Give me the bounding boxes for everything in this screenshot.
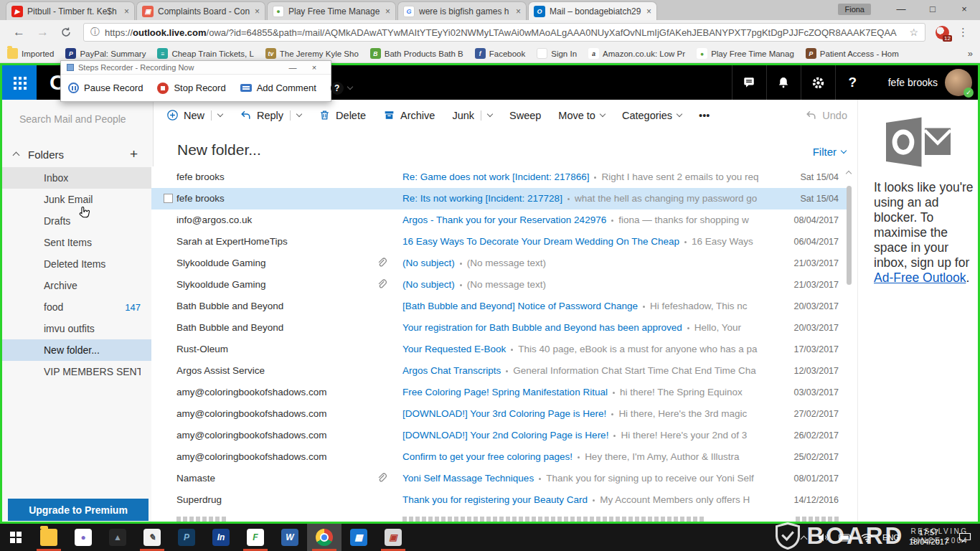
bookmark-item[interactable]: ≡ Cheap Train Tickets, L — [157, 48, 253, 59]
bookmark-item[interactable]: Sign In — [537, 48, 577, 59]
user-name[interactable]: fefe brooks — [888, 77, 938, 88]
refresh-icon[interactable] — [60, 27, 72, 38]
sidebar-folder-item[interactable]: VIP MEMBERS SENT — [2, 361, 154, 382]
start-button[interactable] — [0, 524, 32, 551]
bookmark-item[interactable]: Imported — [7, 48, 54, 59]
avatar[interactable]: ✓ — [945, 69, 972, 96]
tab-close-icon[interactable]: × — [516, 6, 521, 17]
command-button[interactable]: Move to — [558, 110, 605, 121]
bookmark-item[interactable]: P Patient Access - Hom — [806, 48, 899, 59]
email-row[interactable]: Bath Bubble and Beyond Your registration… — [151, 317, 849, 339]
clock[interactable]: 17:57 18/04/2017 — [909, 528, 948, 547]
command-button[interactable]: Categories — [622, 110, 682, 121]
sidebar-folder-item[interactable]: New folder... — [2, 339, 154, 361]
steps-recorder-titlebar[interactable]: Steps Recorder - Recording Now — × — [61, 61, 331, 74]
page-info-icon[interactable]: ⓘ — [90, 26, 100, 39]
command-button[interactable]: New — [166, 109, 222, 121]
sidebar-folder-item[interactable]: Deleted Items — [2, 253, 154, 275]
chat-icon[interactable] — [732, 65, 766, 100]
command-button[interactable]: Junk — [452, 110, 492, 121]
email-row[interactable]: Namaste Yoni Self Massage TechniquesThan… — [151, 468, 849, 489]
browser-menu-icon[interactable]: ⋮ — [958, 26, 969, 39]
recorder-minimize-icon[interactable]: — — [282, 63, 303, 72]
taskbar-app-icon[interactable]: F — [238, 524, 273, 551]
browser-tab[interactable]: ▶ Pitbull - Timber ft. Ke$h × — [6, 1, 135, 20]
taskbar-app-icon[interactable] — [32, 524, 66, 551]
search-input[interactable] — [18, 113, 151, 126]
recorder-button[interactable]: Stop Record — [157, 83, 225, 94]
app-launcher-button[interactable] — [2, 65, 37, 100]
email-row[interactable]: amy@coloringbookofshadows.com Confirm to… — [151, 446, 849, 468]
forward-icon[interactable]: → — [37, 25, 49, 39]
email-row[interactable]: fefe brooks Re: Its not working [Inciden… — [151, 188, 849, 209]
tab-close-icon[interactable]: × — [646, 6, 651, 17]
email-row-clipped[interactable] — [151, 511, 849, 522]
taskbar-app-icon[interactable]: In — [204, 524, 238, 551]
email-row[interactable]: info@argos.co.uk Argos - Thank you for y… — [151, 209, 849, 231]
settings-gear-icon[interactable] — [801, 65, 835, 100]
scrollbar-thumb[interactable] — [847, 186, 852, 285]
tab-close-icon[interactable]: × — [255, 6, 260, 17]
taskbar-app-icon[interactable]: ▣ — [376, 524, 410, 551]
notifications-bell-icon[interactable] — [766, 65, 801, 100]
browser-profile-name[interactable]: Fiona — [838, 4, 871, 15]
undo-button[interactable]: Undo — [805, 100, 847, 131]
email-row[interactable]: Slykooldude Gaming (No subject)(No messa… — [151, 274, 849, 296]
browser-tab[interactable]: ● Play Free Time Manage × — [267, 1, 396, 20]
back-icon[interactable]: ← — [13, 25, 25, 39]
address-bar[interactable]: ⓘ https://outlook.live.com/owa/?id=64855… — [83, 23, 925, 42]
recorder-button[interactable]: Add Comment — [240, 83, 316, 93]
email-row[interactable]: Bath Bubble and Beyond [Bath Bubble and … — [151, 296, 849, 317]
filter-button[interactable]: Filter — [813, 146, 846, 158]
help-icon[interactable]: ? — [835, 65, 870, 100]
browser-tab[interactable]: G were is bigfish games h × — [397, 1, 527, 20]
action-center-icon[interactable] — [958, 532, 971, 543]
collapse-chevron-icon[interactable] — [13, 152, 20, 159]
upgrade-premium-button[interactable]: Upgrade to Premium — [8, 499, 149, 521]
taskbar-app-icon[interactable]: W — [273, 524, 307, 551]
recorder-button[interactable]: Pause Record — [68, 83, 143, 93]
wifi-icon[interactable] — [861, 533, 873, 542]
sidebar-folder-item[interactable]: Inbox — [2, 167, 154, 189]
email-row[interactable]: Slykooldude Gaming (No subject)(No messa… — [151, 253, 849, 274]
command-button[interactable]: Reply — [240, 109, 301, 121]
tab-close-icon[interactable]: × — [385, 6, 390, 17]
email-row[interactable]: Sarah at ExpertHomeTips 16 Easy Ways To … — [151, 231, 849, 253]
tab-close-icon[interactable]: × — [124, 6, 129, 17]
command-button[interactable]: Sweep — [509, 110, 541, 121]
sidebar-folder-item[interactable]: imvu outfits — [2, 318, 154, 339]
battery-icon[interactable] — [839, 534, 852, 542]
add-folder-icon[interactable]: + — [130, 146, 138, 162]
browser-tab[interactable]: ▣ Complaints Board - Con × — [136, 1, 265, 20]
browser-tab[interactable]: O Mail – bondagebiatch29 × — [528, 1, 657, 20]
bookmark-item[interactable]: ● Play Free Time Manag — [697, 48, 794, 59]
taskbar-app-icon[interactable]: ▲ — [100, 524, 135, 551]
hidden-icons-chevron-icon[interactable] — [801, 535, 808, 542]
email-row[interactable]: amy@coloringbookofshadows.com Free Color… — [151, 382, 849, 403]
sidebar-folder-item[interactable]: Archive — [2, 275, 154, 296]
taskbar-app-icon[interactable]: P — [169, 524, 204, 551]
taskbar-app-icon[interactable] — [307, 524, 341, 551]
email-row[interactable]: amy@coloringbookofshadows.com [DOWNLOAD!… — [151, 403, 849, 425]
volume-icon[interactable] — [818, 532, 829, 542]
taskbar-app-icon[interactable]: ▦ — [341, 524, 376, 551]
bookmark-item[interactable]: B Bath Products Bath B — [370, 48, 463, 59]
email-row[interactable]: Rust-Oleum Your Requested E-BookThis 40 … — [151, 339, 849, 360]
bookmarks-overflow-icon[interactable]: » — [968, 48, 973, 59]
taskbar-app-icon[interactable]: ● — [66, 524, 100, 551]
window-close-icon[interactable]: × — [948, 0, 980, 20]
extension-icon[interactable]: 12 — [936, 26, 949, 39]
language-indicator[interactable]: ENG — [882, 533, 900, 542]
bookmark-item[interactable]: tv The Jeremy Kyle Sho — [265, 48, 359, 59]
recorder-help-button[interactable]: ? — [331, 82, 352, 95]
search-box[interactable] — [2, 108, 154, 130]
bookmark-item[interactable]: a Amazon.co.uk: Low Pr — [588, 48, 685, 59]
command-button[interactable]: ••• — [699, 110, 710, 121]
bookmark-item[interactable]: P PayPal: Summary — [65, 48, 146, 59]
command-button[interactable]: Delete — [319, 109, 366, 121]
command-button[interactable]: Archive — [383, 109, 435, 121]
taskbar-app-icon[interactable]: ✎ — [135, 524, 169, 551]
bookmark-star-icon[interactable]: ☆ — [909, 27, 918, 38]
window-maximize-icon[interactable]: □ — [917, 0, 948, 20]
sidebar-folder-item[interactable]: food 147 — [2, 296, 154, 318]
